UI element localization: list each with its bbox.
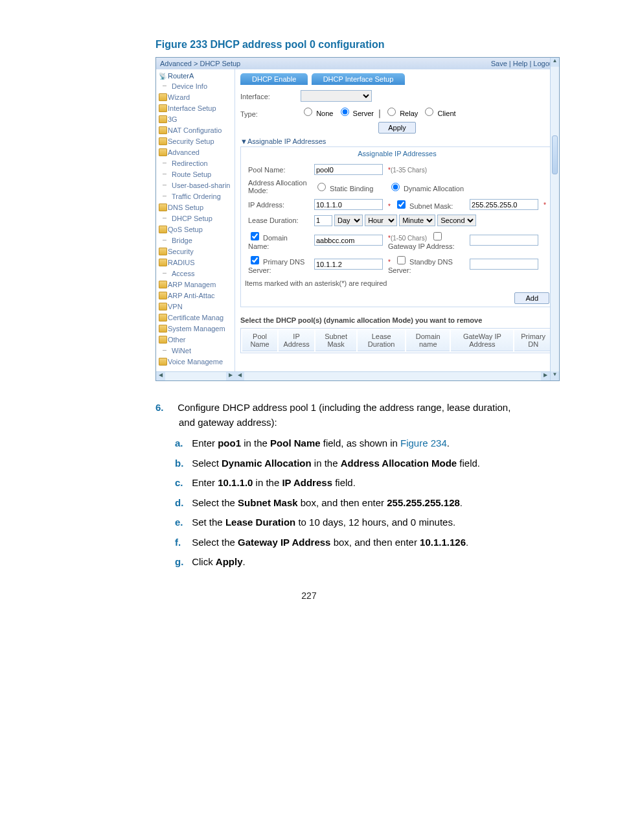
content-hscroll[interactable]: ◀ ▶: [235, 371, 550, 380]
nav-qos[interactable]: QoS Setup: [156, 224, 235, 235]
figure-link[interactable]: Figure 234: [400, 438, 447, 449]
sub-d: d.: [175, 496, 189, 511]
required-note: Items marked with an asterisk(*) are req…: [245, 279, 549, 287]
alloc-label: Address Allocation Mode:: [246, 178, 311, 196]
domain-check[interactable]: Domain Name:: [248, 234, 288, 250]
domain-input[interactable]: [314, 235, 383, 246]
pool-hint: (1-35 Chars): [391, 167, 427, 174]
sub-f: f.: [175, 535, 189, 550]
step-number: 6.: [155, 401, 175, 415]
mask-check[interactable]: Subnet Mask:: [395, 202, 453, 210]
nav-dns[interactable]: DNS Setup: [156, 202, 235, 213]
remove-hint: Select the DHCP pool(s) (dynamic allocat…: [240, 316, 554, 324]
assignable-panel: Assignable IP Addresses Pool Name: *(1-3…: [240, 146, 554, 307]
page-number: 227: [0, 590, 618, 601]
scroll-right-icon[interactable]: ▶: [541, 372, 550, 380]
minute-select[interactable]: Minute: [399, 215, 435, 226]
alloc-static[interactable]: Static Binding: [314, 185, 373, 192]
scroll-left-icon[interactable]: ◀: [235, 372, 244, 380]
add-button[interactable]: Add: [514, 292, 549, 304]
pool-label: Pool Name:: [246, 163, 311, 176]
th-mask[interactable]: Subnet Mask: [315, 330, 356, 351]
nav-voice[interactable]: Voice Manageme: [156, 356, 235, 368]
tab-dhcp-interface[interactable]: DHCP Interface Setup: [312, 73, 406, 85]
interface-select[interactable]: [301, 90, 372, 102]
step6-text: Configure DHCP address pool 1 (including…: [177, 402, 510, 428]
nav-security[interactable]: Security: [156, 246, 235, 257]
type-relay[interactable]: Relay: [384, 110, 418, 117]
gateway-input[interactable]: [470, 235, 538, 246]
second-select[interactable]: Second: [437, 215, 476, 226]
type-client[interactable]: Client: [422, 110, 455, 117]
tab-dhcp-enable[interactable]: DHCP Enable: [240, 73, 308, 85]
nav-user-based[interactable]: User-based-sharin: [156, 180, 235, 191]
scroll-down-icon[interactable]: ▼: [551, 371, 559, 380]
nav-arp-managem[interactable]: ARP Managem: [156, 279, 235, 290]
primary-dns-input[interactable]: [314, 259, 383, 270]
panel-title: Assignable IP Addresses: [245, 150, 549, 158]
nav-dhcp[interactable]: DHCP Setup: [156, 213, 235, 224]
nav-traffic[interactable]: Traffic Ordering: [156, 191, 235, 202]
type-label: Type:: [240, 110, 299, 118]
nav-other[interactable]: Other: [156, 334, 235, 345]
help-link[interactable]: Help: [513, 60, 528, 67]
nav-security-setup[interactable]: Security Setup: [156, 136, 235, 147]
th-pool[interactable]: Pool Name: [242, 330, 277, 351]
breadcrumb-bar: Advanced > DHCP Setup Save | Help | Logo…: [156, 58, 559, 69]
doc-instructions: 6. Configure DHCP address pool 1 (includ…: [155, 401, 514, 570]
scroll-up-icon[interactable]: ▲: [551, 58, 559, 67]
nav-bridge[interactable]: Bridge: [156, 235, 235, 246]
nav-interface-setup[interactable]: Interface Setup: [156, 103, 235, 114]
sub-a: a.: [175, 436, 189, 451]
save-link[interactable]: Save: [491, 60, 507, 67]
day-select[interactable]: Day: [334, 215, 363, 226]
tabs: DHCP Enable DHCP Interface Setup: [240, 73, 554, 85]
interface-label: Interface:: [240, 93, 299, 100]
router-label: RouterA: [156, 71, 235, 81]
ip-input[interactable]: [314, 199, 383, 210]
pool-name-input[interactable]: [314, 164, 383, 175]
scroll-right-icon[interactable]: ▶: [226, 372, 235, 380]
th-lease[interactable]: Lease Duration: [358, 330, 405, 351]
mask-input[interactable]: [470, 199, 538, 210]
nav-redirection[interactable]: Redirection: [156, 158, 235, 169]
sub-g: g.: [175, 555, 189, 570]
nav-access[interactable]: Access: [156, 268, 235, 279]
vertical-scrollbar[interactable]: ▲ ▼: [550, 58, 559, 380]
nav-cert[interactable]: Certificate Manag: [156, 312, 235, 323]
th-primary[interactable]: Primary DN: [514, 330, 552, 351]
nav-radius[interactable]: RADIUS: [156, 257, 235, 268]
type-server[interactable]: Server: [338, 110, 374, 117]
lease-day-input[interactable]: [314, 215, 332, 226]
nav-vpn[interactable]: VPN: [156, 301, 235, 312]
apply-button[interactable]: Apply: [378, 122, 416, 134]
section-toggle[interactable]: ▼Assignable IP Addresses: [240, 137, 554, 145]
hour-select[interactable]: Hour: [365, 215, 397, 226]
th-ip[interactable]: IP Address: [279, 330, 314, 351]
primary-dns-check[interactable]: Primary DNS Server:: [248, 258, 304, 274]
nav-route-setup[interactable]: Route Setup: [156, 169, 235, 180]
nav-system[interactable]: System Managem: [156, 323, 235, 334]
nav-device-info[interactable]: Device Info: [156, 81, 235, 92]
nav-sidebar: RouterA Device Info Wizard Interface Set…: [156, 69, 235, 380]
top-links: Save | Help | Logout: [491, 60, 555, 67]
standby-dns-input[interactable]: [470, 259, 538, 270]
th-gateway[interactable]: GateWay IP Address: [451, 330, 513, 351]
nav-winet[interactable]: WiNet: [156, 345, 235, 356]
nav-wizard[interactable]: Wizard: [156, 92, 235, 103]
th-domain[interactable]: Domain name: [406, 330, 450, 351]
breadcrumb: Advanced > DHCP Setup: [160, 60, 240, 67]
sidebar-hscroll[interactable]: ◀ ▶: [156, 371, 235, 380]
standby-dns-check[interactable]: Standby DNS Server:: [388, 258, 453, 274]
nav-3g[interactable]: 3G: [156, 114, 235, 125]
figure-caption: Figure 233 DHCP address pool 0 configura…: [155, 39, 592, 51]
content-area: DHCP Enable DHCP Interface Setup Interfa…: [235, 69, 559, 380]
nav-arp-anti[interactable]: ARP Anti-Attac: [156, 290, 235, 301]
scroll-thumb[interactable]: [552, 135, 558, 174]
alloc-dynamic[interactable]: Dynamic Allocation: [388, 185, 464, 192]
nav-nat[interactable]: NAT Configuratio: [156, 125, 235, 136]
nav-advanced[interactable]: Advanced: [156, 147, 235, 158]
type-none[interactable]: None: [301, 110, 333, 117]
scroll-left-icon[interactable]: ◀: [156, 372, 165, 380]
pool-table: Pool Name IP Address Subnet Mask Lease D…: [240, 328, 554, 353]
